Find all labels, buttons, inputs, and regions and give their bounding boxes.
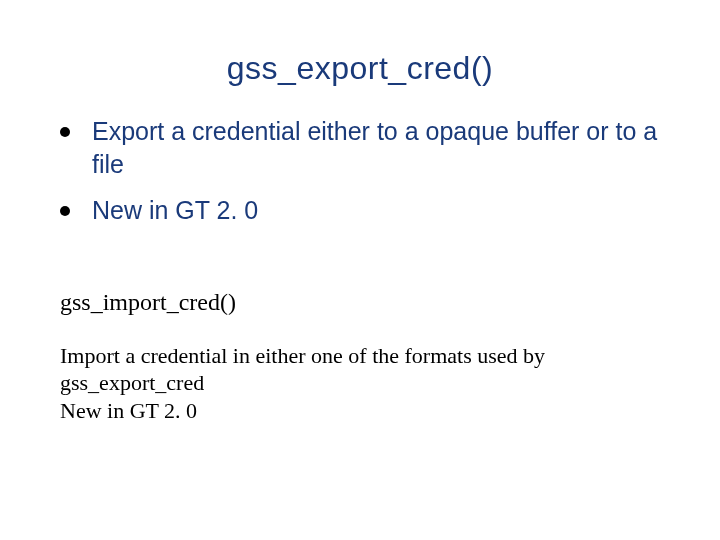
bullet-icon [60, 206, 70, 216]
body-text: Import a credential in either one of the… [60, 342, 660, 425]
bullet-icon [60, 127, 70, 137]
body-line: New in GT 2. 0 [60, 397, 660, 425]
bullet-text: Export a credential either to a opaque b… [92, 115, 660, 180]
bullet-text: New in GT 2. 0 [92, 194, 258, 227]
subheading: gss_import_cred() [60, 289, 660, 316]
body-line: Import a credential in either one of the… [60, 342, 660, 397]
bullet-list: Export a credential either to a opaque b… [60, 115, 660, 227]
bullet-item: Export a credential either to a opaque b… [60, 115, 660, 180]
lower-section: gss_import_cred() Import a credential in… [60, 289, 660, 425]
slide: gss_export_cred() Export a credential ei… [0, 0, 720, 540]
slide-title: gss_export_cred() [0, 0, 720, 115]
bullet-item: New in GT 2. 0 [60, 194, 660, 227]
